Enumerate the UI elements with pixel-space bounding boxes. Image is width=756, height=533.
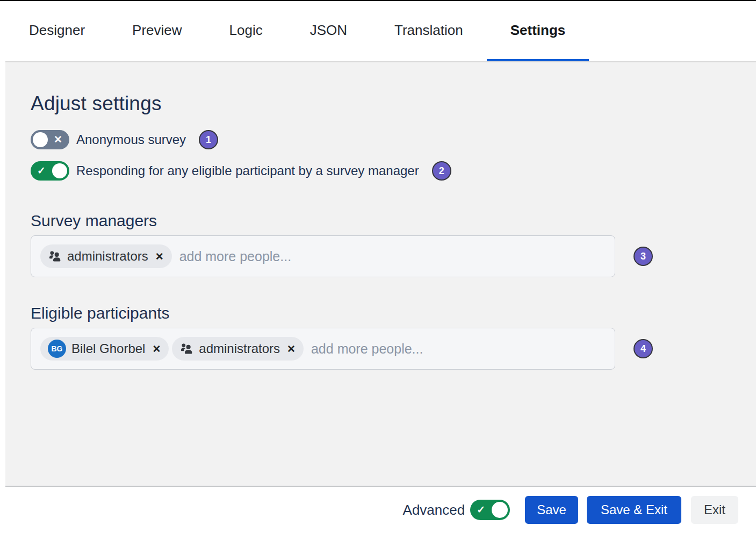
advanced-toggle[interactable]: ✓	[470, 500, 510, 520]
tab-bar: Designer Preview Logic JSON Translation …	[0, 1, 756, 61]
advanced-label: Advanced	[403, 502, 465, 518]
tab-settings[interactable]: Settings	[487, 1, 589, 61]
anonymous-survey-toggle[interactable]: ✕	[31, 130, 69, 149]
step-badge-4: 4	[633, 339, 653, 358]
chip-remove-icon[interactable]: ✕	[287, 344, 296, 354]
step-badge-1: 1	[199, 130, 218, 149]
x-icon: ✕	[54, 134, 62, 145]
add-people-placeholder: add more people...	[311, 341, 423, 357]
chip-administrators[interactable]: administrators ✕	[172, 337, 304, 361]
survey-managers-field-row: administrators ✕ add more people... 3	[31, 235, 756, 277]
survey-managers-input[interactable]: administrators ✕ add more people...	[31, 235, 615, 277]
chip-label: administrators	[67, 249, 148, 264]
chip-remove-icon[interactable]: ✕	[155, 251, 164, 262]
check-icon: ✓	[477, 505, 485, 515]
eligible-participants-input[interactable]: BG Bilel Ghorbel ✕ administrators ✕ add …	[31, 328, 615, 370]
tab-preview[interactable]: Preview	[109, 1, 205, 61]
responding-row: ✓ Responding for any eligible participan…	[31, 161, 756, 181]
chip-administrators[interactable]: administrators ✕	[40, 244, 172, 268]
survey-managers-title: Survey managers	[31, 212, 756, 230]
toggle-knob	[52, 163, 67, 178]
tab-designer[interactable]: Designer	[5, 1, 109, 61]
save-button[interactable]: Save	[525, 496, 578, 524]
responding-label: Responding for any eligible participant …	[76, 163, 419, 178]
tab-json[interactable]: JSON	[286, 1, 371, 61]
anonymous-survey-row: ✕ Anonymous survey 1	[31, 130, 756, 149]
people-icon	[48, 249, 62, 263]
tab-translation[interactable]: Translation	[371, 1, 487, 61]
page-title: Adjust settings	[31, 92, 756, 115]
avatar: BG	[48, 340, 66, 358]
eligible-participants-title: Eligible participants	[31, 304, 756, 322]
add-people-placeholder: add more people...	[179, 249, 291, 264]
tab-logic[interactable]: Logic	[206, 1, 286, 61]
chip-bilel-ghorbel[interactable]: BG Bilel Ghorbel ✕	[40, 337, 169, 361]
responding-toggle[interactable]: ✓	[31, 161, 69, 181]
step-badge-3: 3	[633, 247, 653, 266]
toggle-knob	[492, 502, 508, 518]
anonymous-survey-label: Anonymous survey	[76, 132, 186, 147]
check-icon: ✓	[37, 165, 46, 176]
people-icon	[179, 342, 193, 356]
eligible-participants-field-row: BG Bilel Ghorbel ✕ administrators ✕ add …	[31, 328, 756, 370]
chip-remove-icon[interactable]: ✕	[152, 344, 161, 354]
step-badge-2: 2	[432, 161, 451, 181]
settings-panel: Adjust settings ✕ Anonymous survey 1 ✓ R…	[5, 61, 756, 487]
toggle-knob	[33, 132, 48, 147]
exit-button[interactable]: Exit	[691, 496, 738, 524]
save-and-exit-button[interactable]: Save & Exit	[587, 496, 681, 524]
chip-label: administrators	[199, 341, 280, 356]
footer-bar: Advanced ✓ Save Save & Exit Exit	[0, 487, 756, 533]
chip-label: Bilel Ghorbel	[71, 341, 145, 356]
